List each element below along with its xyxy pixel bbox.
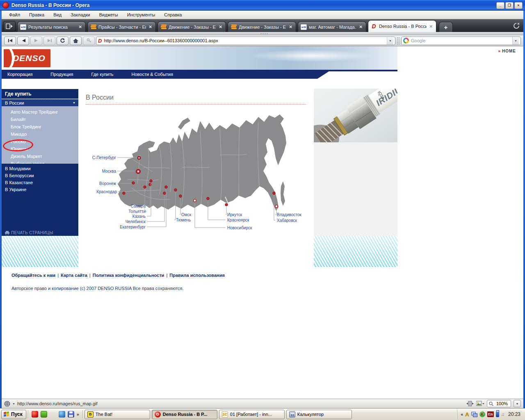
- tab-close-icon[interactable]: ✕: [148, 25, 153, 29]
- tab-label: Denso Russia - В России: [379, 24, 427, 29]
- back-button[interactable]: [17, 37, 29, 45]
- tab-0[interactable]: м49Результаты поиска✕: [17, 21, 86, 32]
- zoom-control[interactable]: 100%: [487, 400, 511, 407]
- tray-usb-icon[interactable]: [496, 411, 499, 417]
- opera-task-icon: O: [155, 411, 161, 418]
- toolbar-splitter[interactable]: [397, 37, 400, 44]
- home-link[interactable]: »HOME: [498, 49, 516, 53]
- task-button-3[interactable]: Калькулятор: [286, 410, 352, 419]
- task-button-1[interactable]: ODenso Russia - В Р...: [152, 410, 217, 419]
- tab-close-icon[interactable]: ✕: [429, 24, 434, 29]
- tab-close-icon[interactable]: ✕: [358, 25, 363, 29]
- tray-letter-a-icon[interactable]: A: [465, 411, 469, 418]
- save-quicklaunch-icon[interactable]: [68, 411, 74, 418]
- tray-antivirus-icon[interactable]: K: [479, 411, 485, 417]
- start-button[interactable]: Пуск: [1, 410, 26, 419]
- task-buttons: BThe Bat!ODenso Russia - В Р...1С01 [Раб…: [84, 410, 352, 419]
- menu-item-1[interactable]: Правка: [25, 11, 48, 18]
- tab-2[interactable]: Движение - Заказы - E...✕: [158, 21, 226, 32]
- menu-item-5[interactable]: Инструменты: [123, 11, 160, 18]
- status-dropdown-icon[interactable]: ▼: [12, 402, 15, 405]
- print-page-link[interactable]: ПЕЧАТЬ СТРАНИЦЫ: [5, 231, 53, 235]
- sidebar-dealer-1[interactable]: Билайт: [2, 116, 78, 123]
- 1c-favicon-icon: [90, 24, 96, 30]
- closed-tabs-button[interactable]: [513, 23, 520, 30]
- globe-quicklaunch-icon[interactable]: [59, 411, 65, 418]
- key-icon-button[interactable]: [83, 37, 95, 45]
- site-nav-item-0[interactable]: Корпорация: [2, 72, 45, 77]
- opera-quicklaunch-icon[interactable]: [32, 411, 38, 418]
- footer-link-3[interactable]: Правила использования: [169, 273, 225, 278]
- tab-close-icon[interactable]: ✕: [288, 25, 293, 29]
- minimize-button[interactable]: _: [496, 2, 504, 9]
- aida-quicklaunch-icon[interactable]: [41, 411, 47, 418]
- zoom-dropdown[interactable]: ▼: [514, 400, 521, 407]
- home-button[interactable]: [70, 37, 82, 45]
- map-city-label: Москва: [102, 169, 116, 173]
- russia-map[interactable]: С-ПетербургМоскваВоронежКраснодарСамараТ…: [78, 106, 313, 237]
- sidebar-dealer-3[interactable]: Микадо: [2, 131, 78, 138]
- tab-close-icon[interactable]: ✕: [218, 25, 223, 29]
- new-tab-button[interactable]: +: [439, 22, 453, 32]
- sidebar-region-selector[interactable]: В России ▼: [2, 99, 78, 106]
- sidebar-country-3[interactable]: В Украине: [2, 187, 78, 194]
- tray-collapse-button[interactable]: «: [461, 412, 463, 417]
- rewind-button[interactable]: [4, 37, 16, 45]
- sidebar-header: Где купить: [2, 89, 78, 99]
- tab-4[interactable]: м49маг. Автомаг - Магада...✕: [298, 21, 366, 32]
- search-field[interactable]: ▼: [401, 37, 521, 45]
- tab-5[interactable]: DDenso Russia - В России✕: [368, 20, 436, 32]
- forward-button[interactable]: [30, 37, 42, 45]
- reload-button[interactable]: [57, 37, 68, 45]
- fast-forward-button[interactable]: [43, 37, 55, 45]
- restore-button[interactable]: ❐: [505, 2, 514, 9]
- quick-launch-overflow[interactable]: »: [77, 412, 79, 417]
- task-button-0[interactable]: BThe Bat!: [84, 410, 150, 419]
- sidebar-dealer-2[interactable]: Блок Трейдинг: [2, 123, 78, 131]
- url-field[interactable]: D http://www.denso.ru/В-России--60133600…: [96, 37, 395, 45]
- heading-divider: [86, 104, 306, 105]
- close-button[interactable]: ×: [514, 2, 523, 9]
- tab-3[interactable]: Движение - Заказы - E...✕: [228, 21, 296, 32]
- site-nav-item-1[interactable]: Продукция: [45, 72, 85, 77]
- menu-item-0[interactable]: Файл: [5, 11, 24, 18]
- sidebar-dealer-0[interactable]: Авто Мастер Трейдинг: [2, 109, 78, 116]
- url-dropdown-icon[interactable]: ▼: [387, 37, 393, 45]
- sidebar-country-1[interactable]: В Белоруссии: [2, 173, 78, 180]
- toolbar-drag-handle[interactable]: [2, 32, 523, 35]
- search-input[interactable]: [411, 38, 510, 43]
- site-nav: КорпорацияПродукцияГде купитьНовости & С…: [2, 70, 397, 79]
- panels-toggle-button[interactable]: [3, 21, 16, 32]
- denso-logo[interactable]: DENSO: [4, 49, 50, 67]
- search-dropdown-icon[interactable]: ▼: [512, 37, 519, 45]
- sidebar-dealer-6[interactable]: Дизель Маркет: [2, 153, 78, 160]
- zoom-value: 100%: [495, 401, 509, 406]
- menu-item-6[interactable]: Справка: [160, 11, 186, 18]
- tray-language-indicator[interactable]: En: [487, 411, 494, 417]
- images-toggle-icon[interactable]: [476, 401, 484, 406]
- sidebar-country-0[interactable]: В Молдавии: [2, 166, 78, 173]
- site-nav-item-3[interactable]: Новости & События: [126, 72, 185, 77]
- tray-network-icon[interactable]: [471, 412, 477, 417]
- tab-close-icon[interactable]: ✕: [78, 25, 83, 29]
- menu-bar: ФайлПравкаВидЗакладкиВиджетыИнструментыС…: [2, 11, 523, 19]
- fit-width-icon[interactable]: [466, 401, 474, 406]
- menu-item-2[interactable]: Вид: [49, 11, 66, 18]
- footer-link-2[interactable]: Политика конфиденциальности: [93, 273, 164, 278]
- task-button-2[interactable]: 1С01 [Работает] - inn...: [219, 410, 285, 419]
- media-player-quicklaunch-icon[interactable]: [50, 411, 56, 418]
- footer-link-1[interactable]: Карта сайта: [61, 273, 87, 278]
- windows-flag-icon: [4, 411, 9, 417]
- bat-task-icon: B: [87, 411, 94, 418]
- tray-volume-icon[interactable]: ♫: [501, 412, 504, 417]
- site-nav-item-2[interactable]: Где купить: [85, 72, 126, 77]
- sidebar-country-2[interactable]: В Казахстане: [2, 180, 78, 187]
- sidebar-country-list: В МолдавииВ БелоруссииВ КазахстанеВ Укра…: [2, 164, 78, 236]
- footer-link-0[interactable]: Обращайтесь к нам: [11, 273, 55, 278]
- 1c-favicon-icon: [160, 24, 167, 30]
- 1c-favicon-icon: [231, 24, 237, 30]
- menu-item-3[interactable]: Закладки: [66, 11, 94, 18]
- tab-1[interactable]: Прайсы - Запчасти - Em...✕: [87, 21, 156, 32]
- footer-separator: |: [87, 273, 93, 278]
- menu-item-4[interactable]: Виджеты: [95, 11, 122, 18]
